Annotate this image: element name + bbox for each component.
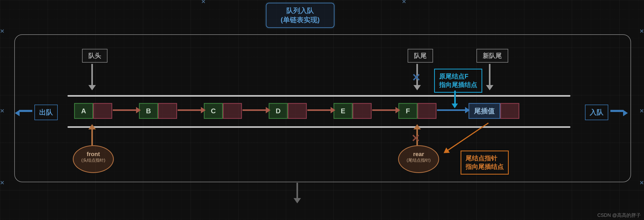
dequeue-label: 出队 <box>34 105 58 120</box>
node-a: A <box>74 103 112 119</box>
head-label: 队头 <box>82 49 107 63</box>
link-b-c <box>178 109 201 111</box>
new-tail-arrow <box>484 64 495 90</box>
diagram-title: 队列入队 (单链表实现) <box>266 3 335 28</box>
note-blue-arrowhead-icon <box>452 104 458 108</box>
watermark: CSDN @高高的胖子 <box>597 212 641 218</box>
link-d-e <box>307 109 331 111</box>
node-b: B <box>139 103 177 119</box>
title-line2: (单链表实现) <box>271 15 329 25</box>
rear-x-icon: ✕ <box>411 132 420 144</box>
bottom-arrowhead-icon <box>294 198 301 203</box>
front-pointer: front (头结点指针) <box>73 145 114 173</box>
arrow-right-icon <box>610 110 624 112</box>
node-d: D <box>269 103 307 119</box>
node-f: F <box>398 103 436 119</box>
link-c-d <box>242 109 266 111</box>
bottom-arrow-shaft <box>296 183 298 199</box>
note-blue: 原尾结点F 指向尾插结点 <box>434 69 482 93</box>
queue-bottom-line <box>67 126 570 128</box>
title-line1: 队列入队 <box>271 6 329 15</box>
arrow-left-icon <box>19 110 32 112</box>
old-tail-x-icon: ✕ <box>412 71 421 83</box>
note-orange: 尾结点指针 指向尾插结点 <box>461 151 509 175</box>
link-e-f <box>372 109 396 111</box>
node-e: E <box>334 103 372 119</box>
rear-pointer: rear (尾结点指针) <box>398 145 439 173</box>
queue-top-line <box>67 95 570 97</box>
old-tail-label: 队尾 <box>408 49 433 63</box>
enqueue-label: 入队 <box>585 105 608 120</box>
link-f-new <box>437 109 466 111</box>
node-c: C <box>204 103 242 119</box>
head-arrow <box>87 64 97 90</box>
front-arrow <box>88 124 96 145</box>
new-tail-label: 新队尾 <box>476 49 508 63</box>
link-a-b <box>113 109 137 111</box>
node-new: 尾插值 <box>469 103 519 119</box>
note-blue-connector <box>454 91 456 104</box>
